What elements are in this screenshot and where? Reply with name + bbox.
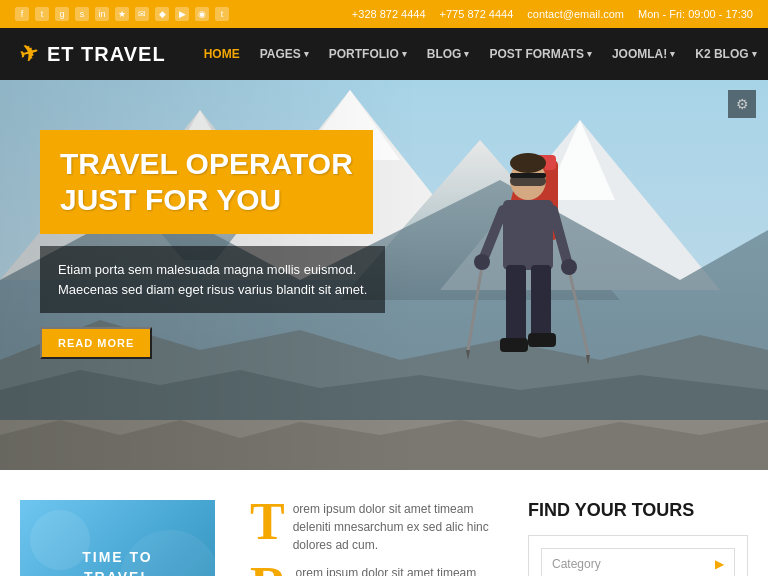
pages-chevron: ▾ bbox=[304, 49, 309, 59]
svg-rect-24 bbox=[531, 265, 551, 340]
contact-info: +328 872 4444 +775 872 4444 contact@emai… bbox=[352, 8, 753, 20]
nav-portfolio[interactable]: PORTFOLIO▾ bbox=[321, 41, 415, 67]
tumblr-icon[interactable]: t bbox=[215, 7, 229, 21]
nav-k2blog[interactable]: K2 BLOG▾ bbox=[687, 41, 764, 67]
hero-section: ⚙ TRAVEL OPERATOR JUST FOR YOU Etiam por… bbox=[0, 80, 768, 470]
hero-description: Etiam porta sem malesuada magna mollis e… bbox=[58, 260, 367, 299]
brand-name: ET TRAVEL bbox=[47, 43, 166, 66]
rss-icon[interactable]: ◉ bbox=[195, 7, 209, 21]
hero-title: TRAVEL OPERATOR JUST FOR YOU bbox=[60, 146, 353, 218]
svg-point-34 bbox=[561, 259, 577, 275]
category-dropdown[interactable]: Category ▶ bbox=[541, 548, 735, 576]
svg-rect-18 bbox=[503, 200, 553, 270]
mail-icon[interactable]: ✉ bbox=[135, 7, 149, 21]
find-tours-panel: FIND YOUR TOURS Category ▶ From bbox=[528, 500, 748, 576]
svg-line-27 bbox=[483, 210, 503, 260]
bottom-section: TIME TO TRAVEL ★ ★ ★ travel T orem ipsum… bbox=[0, 470, 768, 576]
svg-marker-32 bbox=[586, 355, 590, 365]
drop-cap-row-r: R orem ipsum dolor sit amet timeam delen… bbox=[250, 564, 498, 576]
googleplus-icon[interactable]: g bbox=[55, 7, 69, 21]
nav-blog[interactable]: BLOG▾ bbox=[419, 41, 478, 67]
hero-title-box: TRAVEL OPERATOR JUST FOR YOU bbox=[40, 130, 373, 234]
drop-cap-text-r: orem ipsum dolor sit amet timeam delenit… bbox=[296, 564, 498, 576]
svg-rect-21 bbox=[510, 173, 546, 178]
twitter-icon[interactable]: t bbox=[35, 7, 49, 21]
post-formats-chevron: ▾ bbox=[587, 49, 592, 59]
social-icons-group: f t g s in ★ ✉ ◆ ▶ ◉ t bbox=[15, 7, 229, 21]
vimeo-icon[interactable]: ◆ bbox=[155, 7, 169, 21]
svg-point-33 bbox=[474, 254, 490, 270]
svg-rect-26 bbox=[528, 333, 556, 347]
hiker-figure bbox=[428, 100, 688, 470]
plane-icon: ✈ bbox=[17, 39, 42, 69]
nav-menu: HOME PAGES▾ PORTFOLIO▾ BLOG▾ POST FORMAT… bbox=[196, 39, 768, 69]
svg-point-35 bbox=[30, 510, 90, 570]
hero-description-box: Etiam porta sem malesuada magna mollis e… bbox=[40, 246, 385, 313]
top-bar: f t g s in ★ ✉ ◆ ▶ ◉ t +328 872 4444 +77… bbox=[0, 0, 768, 28]
hero-content: TRAVEL OPERATOR JUST FOR YOU Etiam porta… bbox=[40, 130, 385, 359]
drop-cap-section: T orem ipsum dolor sit amet timeam delen… bbox=[240, 500, 508, 576]
read-more-button[interactable]: READ MORE bbox=[40, 327, 152, 359]
drop-cap-row-t: T orem ipsum dolor sit amet timeam delen… bbox=[250, 500, 498, 554]
find-tours-form: Category ▶ From bbox=[528, 535, 748, 576]
travel-card-container: TIME TO TRAVEL ★ ★ ★ travel bbox=[20, 500, 220, 576]
linkedin-icon[interactable]: in bbox=[95, 7, 109, 21]
category-placeholder: Category bbox=[552, 557, 601, 571]
instagram-icon[interactable]: ★ bbox=[115, 7, 129, 21]
svg-line-29 bbox=[468, 260, 483, 350]
category-arrow-icon: ▶ bbox=[715, 557, 724, 571]
phone2: +775 872 4444 bbox=[440, 8, 514, 20]
svg-rect-25 bbox=[500, 338, 528, 352]
svg-line-30 bbox=[568, 265, 588, 355]
blog-chevron: ▾ bbox=[464, 49, 469, 59]
portfolio-chevron: ▾ bbox=[402, 49, 407, 59]
drop-cap-t: T bbox=[250, 496, 285, 548]
card-title: TIME TO TRAVEL bbox=[82, 548, 153, 576]
svg-rect-23 bbox=[506, 265, 526, 345]
nav-home[interactable]: HOME bbox=[196, 41, 248, 67]
drop-cap-text-t: orem ipsum dolor sit amet timeam delenit… bbox=[293, 500, 498, 554]
svg-point-22 bbox=[510, 153, 546, 173]
find-tours-title: FIND YOUR TOURS bbox=[528, 500, 748, 521]
nav-pages[interactable]: PAGES▾ bbox=[252, 41, 317, 67]
nav-post-formats[interactable]: POST FORMATS▾ bbox=[481, 41, 599, 67]
skype-icon[interactable]: s bbox=[75, 7, 89, 21]
hero-settings-button[interactable]: ⚙ bbox=[728, 90, 756, 118]
email: contact@email.com bbox=[527, 8, 624, 20]
k2blog-chevron: ▾ bbox=[752, 49, 757, 59]
logo[interactable]: ✈ ET TRAVEL bbox=[20, 41, 166, 67]
joomla-chevron: ▾ bbox=[670, 49, 675, 59]
svg-marker-31 bbox=[466, 350, 470, 360]
navbar: ✈ ET TRAVEL HOME PAGES▾ PORTFOLIO▾ BLOG▾… bbox=[0, 28, 768, 80]
phone1: +328 872 4444 bbox=[352, 8, 426, 20]
drop-cap-r: R bbox=[250, 560, 288, 576]
hours: Mon - Fri: 09:00 - 17:30 bbox=[638, 8, 753, 20]
travel-card: TIME TO TRAVEL ★ ★ ★ travel bbox=[20, 500, 215, 576]
nav-joomla[interactable]: JOOMLA!▾ bbox=[604, 41, 683, 67]
facebook-icon[interactable]: f bbox=[15, 7, 29, 21]
youtube-icon[interactable]: ▶ bbox=[175, 7, 189, 21]
